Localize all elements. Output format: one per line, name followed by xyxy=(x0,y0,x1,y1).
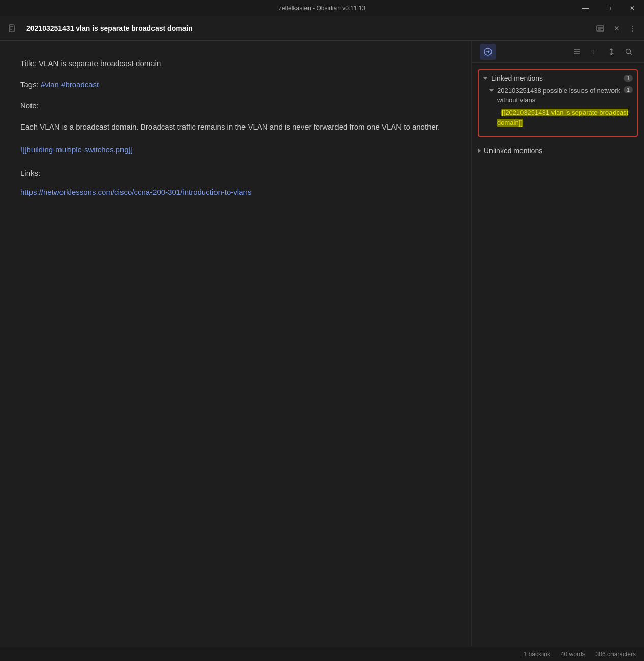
char-count: 306 characters xyxy=(596,651,636,658)
mention-highlight-text[interactable]: [[202103251431 vlan is separate broadcas… xyxy=(497,109,628,127)
linked-mentions-header: Linked mentions 1 xyxy=(483,74,633,82)
window-controls: — □ ✕ xyxy=(574,0,644,16)
text-size-button[interactable]: T xyxy=(587,45,601,59)
list-view-button[interactable] xyxy=(570,45,584,59)
mention-file-count: 1 xyxy=(624,86,633,93)
status-bar: 1 backlink 40 words 306 characters xyxy=(0,647,644,661)
word-count: 40 words xyxy=(561,651,586,658)
linked-mentions-section: Linked mentions 1 202103251438 possible … xyxy=(478,69,638,137)
url-line: https://networklessons.com/cisco/ccna-20… xyxy=(20,185,451,199)
collapse-file-icon xyxy=(489,89,494,92)
links-label: Links: xyxy=(20,167,451,180)
mention-file-name[interactable]: 202103251438 possible issues of network … xyxy=(497,86,621,105)
more-options-button[interactable]: ⋮ xyxy=(626,21,640,36)
image-link-line: ![[building-multiple-switches.png]] xyxy=(20,143,451,156)
minimize-button[interactable]: — xyxy=(574,0,597,16)
unlinked-mentions-header[interactable]: Unlinked mentions xyxy=(478,145,638,157)
backlink-panel-icon[interactable] xyxy=(480,44,496,60)
reader-mode-button[interactable] xyxy=(593,21,607,36)
close-button[interactable]: ✕ xyxy=(621,0,644,16)
mention-file-header: 202103251438 possible issues of network … xyxy=(489,86,633,105)
collapse-linked-icon xyxy=(483,77,488,80)
sort-button[interactable] xyxy=(604,45,619,59)
search-button[interactable] xyxy=(622,45,636,59)
linked-mentions-count: 1 xyxy=(624,75,633,82)
tag-broadcast[interactable]: #broadcast xyxy=(61,80,99,89)
expand-unlinked-icon xyxy=(478,148,481,153)
right-sidebar: T xyxy=(471,41,644,647)
close-tab-button[interactable]: ✕ xyxy=(609,21,624,36)
svg-point-13 xyxy=(626,49,631,53)
svg-text:T: T xyxy=(591,49,595,56)
editor-area[interactable]: Title: VLAN is separate broadcast domain… xyxy=(0,41,471,647)
tag-vlan[interactable]: #vlan xyxy=(41,80,59,89)
tab-bar: 202103251431 vlan is separate broadcast … xyxy=(0,16,644,41)
tags-line: Tags: #vlan #broadcast xyxy=(20,78,451,91)
unlinked-mentions-section: Unlinked mentions xyxy=(478,143,638,159)
backlinks-panel[interactable]: Linked mentions 1 202103251438 possible … xyxy=(472,63,644,647)
title-bar: zettelkasten - Obsidian v0.11.13 — □ ✕ xyxy=(0,0,644,16)
image-link[interactable]: ![[building-multiple-switches.png]] xyxy=(20,145,133,154)
tab-actions: ✕ ⋮ xyxy=(593,21,640,36)
svg-line-14 xyxy=(630,53,632,55)
tab-title: 202103251431 vlan is separate broadcast … xyxy=(22,24,591,33)
file-icon xyxy=(4,20,20,37)
sidebar-toolbar: T xyxy=(472,41,644,63)
note-label: Note: xyxy=(20,99,451,112)
mention-excerpt: - [[202103251431 vlan is separate broadc… xyxy=(497,108,633,128)
title-line: Title: VLAN is separate broadcast domain xyxy=(20,57,451,70)
external-url[interactable]: https://networklessons.com/cisco/ccna-20… xyxy=(20,187,251,196)
note-body: Each VLAN is a broadcast domain. Broadca… xyxy=(20,120,451,134)
mention-file: 202103251438 possible issues of network … xyxy=(489,86,633,128)
window-title: zettelkasten - Obsidian v0.11.13 xyxy=(279,5,365,12)
backlinks-count: 1 backlink xyxy=(524,651,550,658)
main-layout: Title: VLAN is separate broadcast domain… xyxy=(0,41,644,647)
linked-mentions-title[interactable]: Linked mentions xyxy=(483,74,543,82)
maximize-button[interactable]: □ xyxy=(597,0,621,16)
